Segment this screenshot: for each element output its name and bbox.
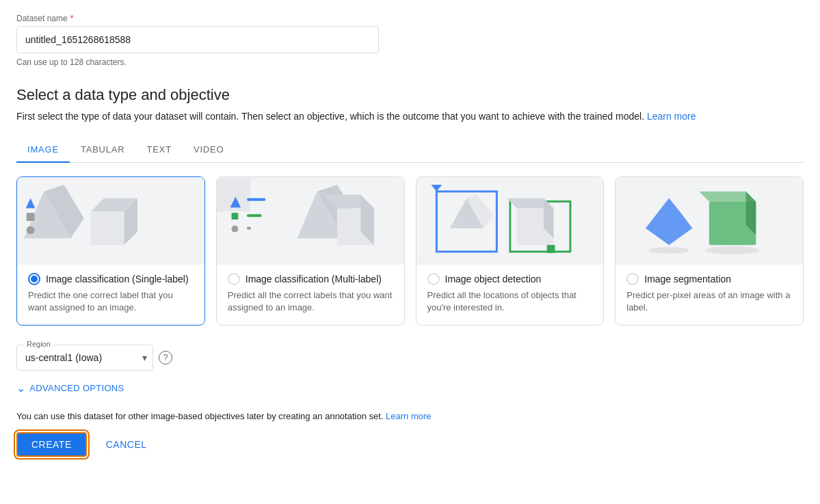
- svg-point-36: [706, 246, 759, 254]
- card-single-label-body: Image classification (Single-label) Pred…: [17, 265, 204, 325]
- svg-rect-29: [546, 245, 555, 253]
- footer-description: You can use this dataset for other image…: [16, 411, 804, 421]
- region-select[interactable]: us-central1 (Iowa) us-east1 (South Carol…: [17, 345, 153, 370]
- dataset-name-input[interactable]: [16, 26, 379, 53]
- card-multi-label-title: Image classification (Multi-label): [246, 274, 382, 284]
- tab-text[interactable]: TEXT: [136, 137, 183, 163]
- card-single-label[interactable]: Image classification (Single-label) Pred…: [16, 176, 205, 326]
- svg-rect-15: [231, 213, 238, 220]
- create-button[interactable]: CREATE: [16, 432, 87, 457]
- card-single-label-title: Image classification (Single-label): [46, 274, 189, 284]
- card-segmentation-title: Image segmentation: [644, 274, 731, 284]
- svg-point-17: [231, 226, 238, 233]
- card-segmentation-desc: Predict per-pixel areas of an image with…: [626, 289, 792, 314]
- region-select-wrapper: Region us-central1 (Iowa) us-east1 (Sout…: [16, 345, 804, 371]
- section-title: Select a data type and objective: [16, 86, 804, 104]
- region-section: Region us-central1 (Iowa) us-east1 (Sout…: [16, 345, 804, 371]
- svg-marker-31: [646, 198, 692, 245]
- svg-rect-7: [27, 213, 35, 221]
- svg-rect-16: [247, 214, 262, 217]
- card-object-detection-title: Image object detection: [445, 274, 542, 284]
- card-object-detection-body: Image object detection Predict all the l…: [416, 265, 604, 325]
- tab-image[interactable]: IMAGE: [16, 137, 70, 163]
- dataset-name-wrapper: [16, 26, 804, 53]
- radio-segmentation[interactable]: [626, 273, 639, 285]
- cancel-button[interactable]: CANCEL: [95, 434, 158, 455]
- footer-learn-more-link[interactable]: Learn more: [386, 411, 431, 421]
- advanced-options-toggle[interactable]: ⌄ ADVANCED OPTIONS: [16, 382, 804, 395]
- card-multi-label-desc: Predict all the correct labels that you …: [228, 289, 393, 314]
- dataset-name-section: Dataset name* Can use up to 128 characte…: [16, 14, 804, 67]
- card-single-label-desc: Predict the one correct label that you w…: [28, 289, 194, 314]
- region-help-icon[interactable]: ?: [159, 351, 172, 364]
- svg-rect-3: [91, 211, 124, 245]
- svg-rect-18: [247, 227, 251, 230]
- advanced-options-label: ADVANCED OPTIONS: [29, 383, 124, 393]
- card-multi-label-image: [217, 177, 404, 265]
- region-fieldset: Region us-central1 (Iowa) us-east1 (Sout…: [16, 345, 153, 371]
- card-segmentation[interactable]: Image segmentation Predict per-pixel are…: [615, 176, 804, 326]
- card-segmentation-body: Image segmentation Predict per-pixel are…: [616, 265, 803, 325]
- tab-tabular[interactable]: TABULAR: [70, 137, 136, 163]
- region-legend: Region: [24, 340, 53, 348]
- svg-rect-14: [247, 198, 265, 201]
- card-object-detection-image: [416, 177, 604, 265]
- svg-marker-6: [26, 198, 36, 209]
- section-description: First select the type of data your datas…: [16, 109, 804, 124]
- card-segmentation-image: [616, 177, 803, 265]
- section-learn-more-link[interactable]: Learn more: [647, 111, 696, 122]
- svg-point-37: [649, 247, 689, 254]
- dataset-name-label: Dataset name*: [16, 14, 804, 23]
- data-type-tabs: IMAGE TABULAR TEXT VIDEO: [16, 137, 804, 163]
- svg-point-8: [27, 226, 35, 235]
- tab-video[interactable]: VIDEO: [183, 137, 235, 163]
- radio-object-detection[interactable]: [427, 273, 440, 285]
- card-object-detection-desc: Predict all the locations of objects tha…: [427, 289, 593, 314]
- footer-buttons: CREATE CANCEL: [16, 432, 804, 457]
- objective-cards-grid: Image classification (Single-label) Pred…: [16, 176, 804, 326]
- radio-single-label[interactable]: [28, 273, 40, 285]
- card-single-label-image: [17, 177, 204, 265]
- card-object-detection[interactable]: Image object detection Predict all the l…: [416, 176, 605, 326]
- card-multi-label[interactable]: Image classification (Multi-label) Predi…: [216, 176, 405, 326]
- chevron-down-icon: ⌄: [16, 382, 25, 395]
- radio-multi-label[interactable]: [228, 273, 240, 285]
- dataset-name-hint: Can use up to 128 characters.: [16, 57, 804, 67]
- card-multi-label-body: Image classification (Multi-label) Predi…: [217, 265, 404, 325]
